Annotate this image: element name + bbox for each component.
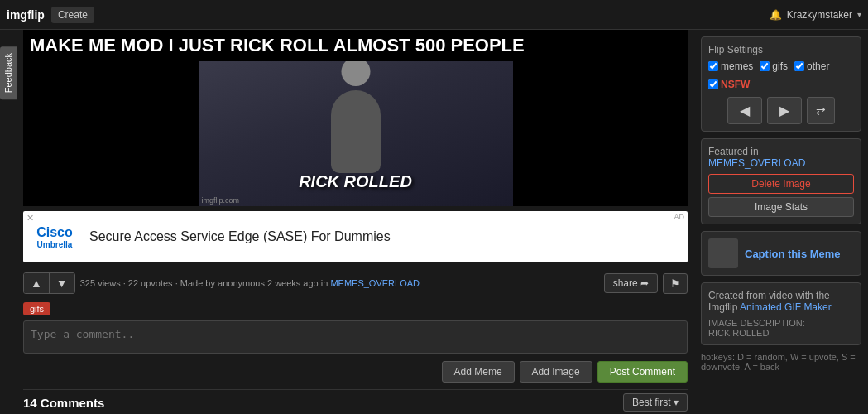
main-layout: Feedback MAKE ME MOD I JUST RICK ROLL AL… — [0, 30, 868, 414]
post-comment-button[interactable]: Post Comment — [597, 361, 688, 383]
featured-community-link[interactable]: MEMES_OVERLOAD — [708, 157, 805, 169]
comment-actions: Add Meme Add Image Post Comment — [23, 361, 688, 383]
right-sidebar: Flip Settings memes gifs other NSFW — [694, 30, 868, 414]
meme-overlay-text: RICK ROLLED — [299, 172, 412, 191]
ad-x-icon[interactable]: ✕ — [26, 213, 34, 224]
flip-settings-box: Flip Settings memes gifs other NSFW — [701, 36, 861, 132]
feedback-tab[interactable]: Feedback — [0, 46, 17, 99]
caption-box[interactable]: Caption this Meme — [701, 231, 861, 276]
prev-arrow-button[interactable]: ◀ — [727, 97, 762, 124]
left-content: MAKE ME MOD I JUST RICK ROLL ALMOST 500 … — [17, 30, 694, 414]
nav-right: 🔔 Krazkymstaker ▾ — [770, 9, 861, 21]
image-description: IMAGE DESCRIPTION: RICK ROLLED — [708, 318, 854, 338]
share-button[interactable]: share ➦ — [604, 273, 658, 293]
gif-maker-link[interactable]: Animated GIF Maker — [740, 301, 832, 313]
image-stats-button[interactable]: Image Stats — [708, 197, 854, 217]
flip-settings-title: Flip Settings — [708, 44, 854, 55]
username[interactable]: Krazkymstaker — [787, 9, 852, 21]
top-nav: imgflip Create 🔔 Krazkymstaker ▾ — [0, 0, 868, 30]
flip-checkboxes: memes gifs other NSFW — [708, 60, 854, 90]
comments-title: 14 Comments — [23, 396, 104, 410]
add-meme-button[interactable]: Add Meme — [442, 361, 515, 383]
meme-image-inner: RICK ROLLED imgflip.com — [199, 61, 513, 206]
nav-chevron[interactable]: ▾ — [857, 10, 861, 19]
person-body — [331, 90, 381, 173]
delete-image-button[interactable]: Delete Image — [708, 174, 854, 194]
vote-bar: ▲ ▼ 325 views · 22 upvotes · Made by ano… — [23, 269, 688, 297]
gif-maker-text: Created from video with the Imgflip Anim… — [708, 290, 854, 313]
meme-container: RICK ROLLED imgflip.com — [23, 61, 688, 206]
next-arrow-button[interactable]: ▶ — [767, 97, 802, 124]
gifs-tag[interactable]: gifs — [23, 302, 50, 315]
sort-button[interactable]: Best first ▾ — [623, 393, 688, 412]
comment-input[interactable] — [23, 320, 688, 354]
meme-watermark: imgflip.com — [202, 196, 240, 205]
shuffle-button[interactable]: ⇄ — [807, 97, 835, 124]
hotkeys-text: hotkeys: D = random, W = upvote, S = dow… — [701, 352, 861, 372]
featured-text: Featured in MEMES_OVERLOAD — [708, 146, 854, 169]
ad-label: AD — [674, 213, 684, 221]
site-logo[interactable]: imgflip — [7, 8, 45, 22]
nav-arrows: ◀ ▶ ⇄ — [708, 97, 854, 124]
cisco-logo: Cisco Umbrella — [30, 225, 79, 249]
meme-image: RICK ROLLED imgflip.com — [199, 61, 513, 206]
checkbox-other[interactable]: other — [794, 60, 829, 72]
community-link[interactable]: MEMES_OVERLOAD — [330, 278, 420, 288]
downvote-button[interactable]: ▼ — [50, 273, 74, 293]
featured-box: Featured in MEMES_OVERLOAD Delete Image … — [701, 138, 861, 224]
upvote-button[interactable]: ▲ — [24, 273, 49, 293]
vote-buttons: ▲ ▼ — [23, 272, 75, 294]
checkbox-nsfw[interactable]: NSFW — [708, 79, 750, 90]
meme-top-text: MAKE ME MOD I JUST RICK ROLL ALMOST 500 … — [23, 30, 688, 61]
ad-banner: ✕ Cisco Umbrella Secure Access Service E… — [23, 211, 688, 262]
flag-button[interactable]: ⚑ — [663, 273, 688, 294]
checkbox-memes[interactable]: memes — [708, 60, 753, 72]
caption-thumbnail — [708, 238, 738, 268]
user-notifications: 🔔 — [770, 9, 782, 21]
add-image-button[interactable]: Add Image — [520, 361, 592, 383]
vote-stats: 325 views · 22 upvotes · Made by anonymo… — [80, 278, 599, 288]
gif-maker-box: Created from video with the Imgflip Anim… — [701, 282, 861, 345]
create-button[interactable]: Create — [51, 7, 94, 23]
caption-link[interactable]: Caption this Meme — [745, 248, 841, 260]
checkbox-gifs[interactable]: gifs — [760, 60, 788, 72]
comments-header: 14 Comments Best first ▾ — [23, 389, 688, 412]
ad-text: Secure Access Service Edge (SASE) For Du… — [89, 229, 391, 244]
